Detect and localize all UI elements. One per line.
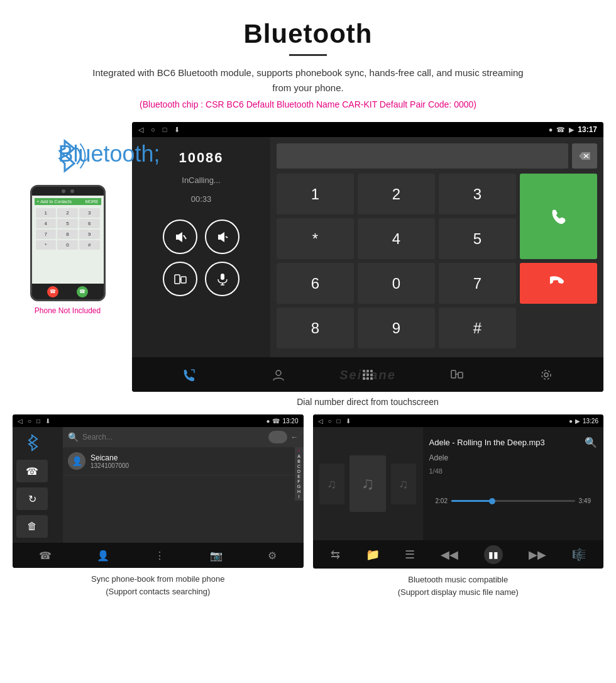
transfer-call-button[interactable] [163, 262, 197, 296]
music-progress-bar[interactable] [451, 500, 575, 502]
dialpad-key-9[interactable]: 9 [358, 308, 435, 348]
phone-key-7[interactable]: 7 [36, 230, 57, 239]
call-answer-button[interactable] [520, 174, 597, 259]
svg-rect-6 [175, 275, 180, 284]
pb-sync-button[interactable]: ↻ [16, 487, 48, 510]
pb-sidebar: ☎ ↻ 🗑 [13, 427, 63, 543]
phone-top-bar [32, 187, 104, 196]
phone-key-0[interactable]: 0 [57, 240, 78, 250]
music-prev-button[interactable]: ◀◀ [441, 548, 458, 562]
phone-key-5[interactable]: 5 [57, 219, 78, 228]
pb-bluetooth-icon[interactable] [16, 432, 48, 455]
music-play-pause-button[interactable]: ▮▮ [484, 545, 503, 564]
nav-contacts-icon[interactable] [272, 368, 285, 382]
phone-end-call-button[interactable]: ☎ [47, 286, 58, 297]
dialpad-key-hash[interactable]: # [439, 308, 516, 348]
dialpad-key-0[interactable]: 0 [358, 263, 435, 304]
svg-rect-7 [181, 277, 186, 283]
pb-nav-settings-icon[interactable]: ⚙ [268, 550, 277, 562]
music-progress-fill [451, 500, 492, 502]
caption-music-1: Bluetooth music compatible [408, 575, 508, 584]
dialpad-clear-button[interactable] [572, 143, 597, 169]
home-nav-icon: ○ [151, 126, 155, 133]
pb-back-arrow[interactable]: ← [291, 433, 299, 441]
phone-key-4[interactable]: 4 [36, 219, 57, 228]
music-status-bar: ◁ ○ □ ⬇ ● ▶ 13:26 [313, 414, 604, 427]
phone-call-button[interactable]: ☎ [77, 286, 88, 297]
dialpad-key-1[interactable]: 1 [277, 174, 354, 214]
phone-section: Bluetooth; + Add to Contacts MORE [13, 122, 123, 315]
phonebook-screen: ◁ ○ □ ⬇ ● ☎ 13:20 [13, 414, 304, 568]
pb-search-input[interactable] [82, 433, 265, 441]
dialpad-key-star[interactable]: * [277, 218, 354, 259]
main-content: Bluetooth; + Add to Contacts MORE [0, 116, 616, 414]
settings-nav-icon [539, 368, 553, 382]
music-eq-button[interactable]: 🎼 [572, 548, 586, 562]
pb-nav-contacts-icon[interactable]: 👤 [97, 550, 109, 562]
phone-key-1[interactable]: 1 [36, 208, 57, 218]
dialpad-key-2[interactable]: 2 [358, 174, 435, 214]
pb-bottom-nav: ☎ 👤 ⋮ 📷 ⚙ [13, 543, 304, 568]
pb-nav-transfer-icon[interactable]: 📷 [210, 550, 223, 562]
pb-contact-item[interactable]: 👤 Seicane 13241007000 [63, 447, 295, 475]
music-recent-icon: □ [337, 418, 341, 425]
phone-key-8[interactable]: 8 [57, 230, 78, 239]
music-back-icon: ◁ [318, 418, 323, 425]
music-track-row: Adele - Rolling In the Deep.mp3 🔍 [429, 436, 598, 448]
status-left: ◁ ○ □ ⬇ [138, 126, 180, 134]
music-loc-icon: ● [569, 418, 573, 425]
music-shuffle-button[interactable]: ⇆ [331, 548, 340, 562]
call-controls [163, 219, 239, 296]
music-folder-button[interactable]: 📁 [366, 548, 380, 562]
pb-delete-button[interactable]: 🗑 [16, 515, 48, 538]
phone-not-included-label: Phone Not Included [35, 306, 101, 315]
phone-nav-icon [182, 368, 196, 382]
music-search-icon[interactable]: 🔍 [585, 436, 597, 448]
volume-up-icon [173, 230, 187, 244]
dialpad-panel: 1 2 3 * 4 5 6 0 7 8 9 # [270, 137, 603, 357]
volume-up-button[interactable] [163, 219, 197, 254]
caption-phonebook-1: Sync phone-book from mobile phone [91, 574, 224, 584]
phone-bottom-bar: ☎ ☎ [32, 284, 104, 299]
svg-marker-31 [29, 435, 37, 450]
phone-key-6[interactable]: 6 [79, 219, 100, 228]
dialpad-key-5[interactable]: 5 [439, 218, 516, 259]
call-end-button[interactable] [520, 263, 597, 304]
music-progress-row: 2:02 3:49 [429, 497, 598, 504]
nav-settings-icon[interactable] [539, 368, 553, 382]
music-screenshot: ◁ ○ □ ⬇ ● ▶ 13:26 ♫ ♫ ♫ [313, 414, 604, 598]
music-screen: ◁ ○ □ ⬇ ● ▶ 13:26 ♫ ♫ ♫ [313, 414, 604, 569]
pb-nav-dialpad-icon[interactable]: ⋮ [155, 550, 165, 562]
status-time: 13:17 [578, 125, 597, 134]
dialpad-input[interactable] [277, 143, 568, 169]
pb-index-d: D [295, 469, 304, 474]
phonebook-screenshot: ◁ ○ □ ⬇ ● ☎ 13:20 [13, 414, 304, 598]
dialpad-key-6[interactable]: 6 [277, 263, 354, 304]
signal-icon: ▶ [569, 126, 574, 134]
end-call-icon [550, 275, 568, 292]
phone-key-star[interactable]: * [36, 240, 57, 250]
pb-nav-phone-icon[interactable]: ☎ [39, 550, 52, 562]
phone-key-hash[interactable]: # [79, 240, 100, 250]
phone-key-9[interactable]: 9 [79, 230, 100, 239]
location-icon: ● [549, 126, 553, 133]
music-next-button[interactable]: ▶▶ [529, 548, 546, 562]
dialpad-key-3[interactable]: 3 [439, 174, 516, 214]
nav-transfer-icon[interactable] [450, 368, 464, 382]
volume-down-button[interactable] [205, 219, 239, 254]
mute-button[interactable] [205, 262, 239, 296]
caller-number: 10086 [179, 150, 223, 166]
music-playlist-button[interactable]: ☰ [405, 548, 415, 562]
pb-call-sidebar-button[interactable]: ☎ [16, 460, 48, 482]
volume-down-icon [216, 230, 229, 244]
dialpad-key-8[interactable]: 8 [277, 308, 354, 348]
dialpad-key-4[interactable]: 4 [358, 218, 435, 259]
dialpad-key-7[interactable]: 7 [439, 263, 516, 304]
phone-mockup: + Add to Contacts MORE 1 2 3 4 5 6 7 8 9… [30, 185, 106, 301]
transfer-icon [173, 272, 187, 286]
lower-screenshots: ◁ ○ □ ⬇ ● ☎ 13:20 [0, 414, 616, 598]
phone-key-2[interactable]: 2 [57, 208, 78, 218]
phone-key-3[interactable]: 3 [79, 208, 100, 218]
nav-phone-icon[interactable] [182, 368, 196, 382]
music-download-icon: ⬇ [346, 418, 351, 425]
